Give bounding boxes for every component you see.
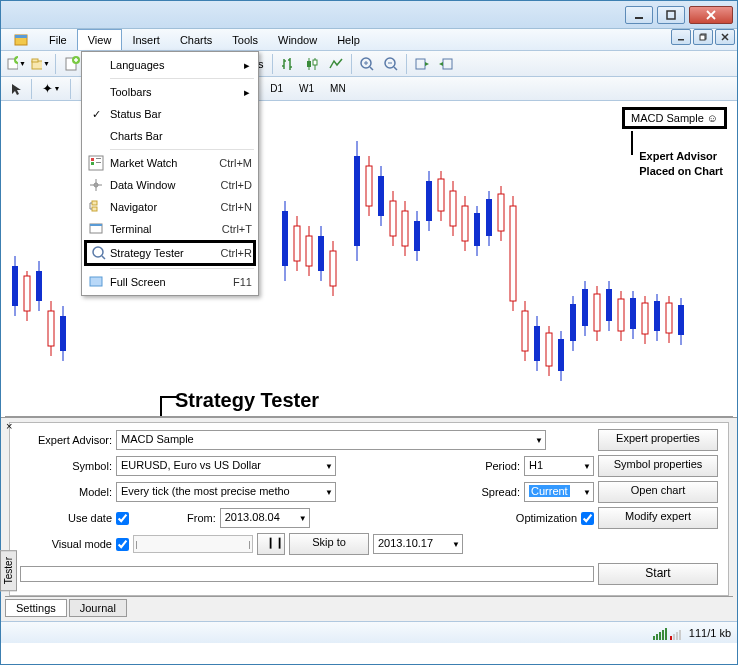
- svg-rect-74: [60, 316, 66, 351]
- submenu-arrow-icon: ▸: [244, 86, 250, 99]
- menu-insert[interactable]: Insert: [122, 29, 170, 50]
- symbol-select[interactable]: EURUSD, Euro vs US Dollar▼: [116, 456, 336, 476]
- menu-fullscreen[interactable]: Full ScreenF11: [84, 271, 256, 293]
- mdi-close[interactable]: [715, 29, 735, 45]
- profiles-icon[interactable]: ▼: [29, 53, 51, 75]
- skipto-date[interactable]: 2013.10.17▼: [373, 534, 463, 554]
- terminal-icon: [88, 221, 104, 237]
- marketwatch-icon: [88, 155, 104, 171]
- svg-rect-102: [450, 191, 456, 226]
- tester-side-tab[interactable]: Tester: [0, 550, 17, 591]
- menu-view[interactable]: View: [77, 29, 123, 50]
- app-icon[interactable]: [3, 29, 39, 50]
- speed-slider[interactable]: [133, 535, 253, 553]
- tab-settings[interactable]: Settings: [5, 599, 67, 617]
- menu-navigator[interactable]: NavigatorCtrl+N: [84, 196, 256, 218]
- svg-rect-64: [90, 277, 102, 286]
- tester-close-button[interactable]: ×: [3, 420, 15, 432]
- zoom-in-icon[interactable]: [356, 53, 378, 75]
- menu-terminal[interactable]: TerminalCtrl+T: [84, 218, 256, 240]
- svg-rect-44: [443, 59, 452, 69]
- svg-rect-78: [294, 226, 300, 261]
- annotation-line: [631, 131, 633, 155]
- menu-help[interactable]: Help: [327, 29, 370, 50]
- svg-rect-140: [678, 305, 684, 335]
- period-select[interactable]: H1▼: [524, 456, 594, 476]
- pause-button[interactable]: ❙❙: [257, 533, 285, 555]
- period-d1[interactable]: D1: [263, 80, 290, 97]
- svg-rect-84: [330, 251, 336, 286]
- period-w1[interactable]: W1: [292, 80, 321, 97]
- line-chart-icon[interactable]: [325, 53, 347, 75]
- model-select[interactable]: Every tick (the most precise metho▼: [116, 482, 336, 502]
- svg-rect-130: [618, 299, 624, 331]
- menu-file[interactable]: File: [39, 29, 77, 50]
- svg-rect-138: [666, 303, 672, 333]
- new-chart-icon[interactable]: ▼: [5, 53, 27, 75]
- symbol-properties-button[interactable]: Symbol properties: [598, 455, 718, 477]
- indicators-icon[interactable]: ✦▼: [36, 78, 66, 100]
- menu-window[interactable]: Window: [268, 29, 327, 50]
- menu-languages[interactable]: Languages▸: [84, 54, 256, 76]
- svg-rect-120: [558, 339, 564, 371]
- menu-strategytester[interactable]: Strategy TesterCtrl+R: [84, 240, 256, 266]
- svg-rect-98: [426, 181, 432, 221]
- title-bar: [1, 1, 737, 29]
- visual-checkbox[interactable]: [116, 538, 129, 551]
- candle-chart-icon[interactable]: [301, 53, 323, 75]
- zoom-out-icon[interactable]: [380, 53, 402, 75]
- from-date[interactable]: 2013.08.04▼: [220, 508, 310, 528]
- ea-select[interactable]: MACD Sample▼: [116, 430, 546, 450]
- svg-rect-68: [24, 276, 30, 311]
- menu-chartsbar[interactable]: Charts Bar: [84, 125, 256, 147]
- svg-rect-116: [534, 326, 540, 361]
- spread-select[interactable]: Current▼: [524, 482, 594, 502]
- menu-statusbar[interactable]: ✓Status Bar: [84, 103, 256, 125]
- optimization-label: Optimization: [516, 512, 577, 524]
- svg-rect-96: [414, 221, 420, 251]
- minimize-button[interactable]: [625, 6, 653, 24]
- maximize-button[interactable]: [657, 6, 685, 24]
- period-label: Period:: [485, 460, 520, 472]
- svg-rect-66: [12, 266, 18, 306]
- svg-point-62: [93, 247, 103, 257]
- tab-journal[interactable]: Journal: [69, 599, 127, 617]
- autoscroll-icon[interactable]: [411, 53, 433, 75]
- bar-chart-icon[interactable]: [277, 53, 299, 75]
- period-mn[interactable]: MN: [323, 80, 353, 97]
- cursor-icon[interactable]: [5, 78, 27, 100]
- expert-properties-button[interactable]: Expert properties: [598, 429, 718, 451]
- svg-marker-45: [439, 62, 443, 66]
- menu-marketwatch[interactable]: Market WatchCtrl+M: [84, 152, 256, 174]
- svg-rect-76: [282, 211, 288, 266]
- svg-rect-114: [522, 311, 528, 351]
- svg-rect-0: [635, 17, 643, 19]
- check-icon: ✓: [92, 108, 101, 121]
- svg-rect-144: [662, 630, 664, 640]
- shift-icon[interactable]: [435, 53, 457, 75]
- spread-label: Spread:: [481, 486, 520, 498]
- menu-toolbars[interactable]: Toolbars▸: [84, 81, 256, 103]
- menu-charts[interactable]: Charts: [170, 29, 222, 50]
- svg-line-40: [394, 67, 397, 70]
- usedate-checkbox[interactable]: [116, 512, 129, 525]
- svg-rect-92: [390, 201, 396, 236]
- svg-rect-1: [667, 11, 675, 19]
- svg-rect-86: [354, 156, 360, 246]
- svg-rect-49: [91, 162, 94, 165]
- close-button[interactable]: [689, 6, 733, 24]
- skipto-button[interactable]: Skip to: [289, 533, 369, 555]
- menu-tools[interactable]: Tools: [222, 29, 268, 50]
- start-button[interactable]: Start: [598, 563, 718, 585]
- optimization-checkbox[interactable]: [581, 512, 594, 525]
- mdi-minimize[interactable]: [671, 29, 691, 45]
- svg-rect-8: [700, 35, 705, 40]
- mdi-controls: [671, 29, 735, 50]
- open-chart-button[interactable]: Open chart: [598, 481, 718, 503]
- svg-rect-132: [630, 298, 636, 329]
- modify-expert-button[interactable]: Modify expert: [598, 507, 718, 529]
- model-label: Model:: [20, 486, 112, 498]
- mdi-restore[interactable]: [693, 29, 713, 45]
- menu-datawindow[interactable]: Data WindowCtrl+D: [84, 174, 256, 196]
- svg-rect-148: [676, 632, 678, 640]
